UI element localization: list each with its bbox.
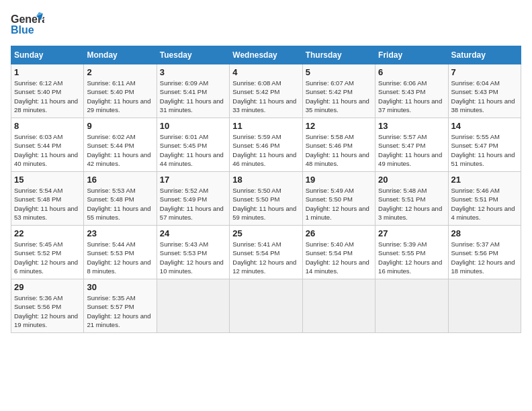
calendar-cell: 2 Sunrise: 6:11 AM Sunset: 5:40 PM Dayli…	[84, 64, 157, 118]
day-number: 13	[378, 121, 445, 131]
calendar-cell	[157, 279, 229, 333]
day-info: Sunrise: 6:06 AM Sunset: 5:43 PM Dayligh…	[378, 79, 445, 114]
calendar-cell: 10 Sunrise: 6:01 AM Sunset: 5:45 PM Dayl…	[157, 118, 229, 172]
day-info: Sunrise: 5:40 AM Sunset: 5:54 PM Dayligh…	[306, 240, 372, 275]
day-number: 27	[378, 228, 445, 238]
day-number: 5	[306, 67, 372, 77]
logo-icon: General Blue	[11, 11, 44, 40]
day-number: 11	[232, 121, 299, 131]
calendar-cell: 17 Sunrise: 5:52 AM Sunset: 5:49 PM Dayl…	[157, 172, 229, 226]
day-info: Sunrise: 5:55 AM Sunset: 5:47 PM Dayligh…	[451, 132, 518, 168]
day-number: 10	[160, 121, 226, 131]
weekday-header-saturday: Saturday	[448, 46, 521, 64]
calendar-week-3: 15 Sunrise: 5:54 AM Sunset: 5:48 PM Dayl…	[11, 172, 521, 226]
calendar-cell: 26 Sunrise: 5:40 AM Sunset: 5:54 PM Dayl…	[302, 226, 375, 279]
day-info: Sunrise: 6:08 AM Sunset: 5:42 PM Dayligh…	[232, 79, 299, 114]
day-number: 12	[306, 121, 372, 131]
calendar-cell: 18 Sunrise: 5:50 AM Sunset: 5:50 PM Dayl…	[230, 172, 302, 226]
calendar-cell: 14 Sunrise: 5:55 AM Sunset: 5:47 PM Dayl…	[448, 118, 521, 172]
calendar-cell: 23 Sunrise: 5:44 AM Sunset: 5:53 PM Dayl…	[84, 226, 157, 279]
day-info: Sunrise: 6:09 AM Sunset: 5:41 PM Dayligh…	[160, 79, 226, 114]
calendar-cell	[230, 279, 302, 333]
day-info: Sunrise: 6:04 AM Sunset: 5:43 PM Dayligh…	[451, 79, 518, 114]
calendar-cell	[448, 279, 521, 333]
weekday-header-friday: Friday	[375, 46, 448, 64]
day-info: Sunrise: 5:43 AM Sunset: 5:53 PM Dayligh…	[160, 240, 226, 275]
day-number: 2	[87, 67, 153, 77]
day-info: Sunrise: 5:58 AM Sunset: 5:46 PM Dayligh…	[306, 132, 372, 168]
calendar-cell: 25 Sunrise: 5:41 AM Sunset: 5:54 PM Dayl…	[230, 226, 302, 279]
calendar-cell: 9 Sunrise: 6:02 AM Sunset: 5:44 PM Dayli…	[84, 118, 157, 172]
day-info: Sunrise: 5:39 AM Sunset: 5:55 PM Dayligh…	[378, 240, 445, 275]
calendar-cell: 16 Sunrise: 5:53 AM Sunset: 5:48 PM Dayl…	[84, 172, 157, 226]
day-number: 21	[451, 175, 518, 185]
calendar-cell: 3 Sunrise: 6:09 AM Sunset: 5:41 PM Dayli…	[157, 64, 229, 118]
calendar-cell	[375, 279, 448, 333]
day-info: Sunrise: 6:11 AM Sunset: 5:40 PM Dayligh…	[87, 79, 153, 114]
day-info: Sunrise: 5:45 AM Sunset: 5:52 PM Dayligh…	[14, 240, 81, 275]
day-info: Sunrise: 5:41 AM Sunset: 5:54 PM Dayligh…	[232, 240, 299, 275]
calendar-week-1: 1 Sunrise: 6:12 AM Sunset: 5:40 PM Dayli…	[11, 64, 521, 118]
day-info: Sunrise: 5:48 AM Sunset: 5:51 PM Dayligh…	[378, 186, 445, 222]
calendar-week-4: 22 Sunrise: 5:45 AM Sunset: 5:52 PM Dayl…	[11, 226, 521, 279]
day-number: 1	[14, 67, 81, 77]
calendar-cell: 19 Sunrise: 5:49 AM Sunset: 5:50 PM Dayl…	[302, 172, 375, 226]
day-info: Sunrise: 5:59 AM Sunset: 5:46 PM Dayligh…	[232, 132, 299, 168]
day-number: 29	[14, 282, 81, 292]
calendar-cell: 27 Sunrise: 5:39 AM Sunset: 5:55 PM Dayl…	[375, 226, 448, 279]
calendar-cell: 7 Sunrise: 6:04 AM Sunset: 5:43 PM Dayli…	[448, 64, 521, 118]
day-info: Sunrise: 6:12 AM Sunset: 5:40 PM Dayligh…	[14, 79, 81, 114]
calendar-cell: 1 Sunrise: 6:12 AM Sunset: 5:40 PM Dayli…	[11, 64, 84, 118]
day-number: 15	[14, 175, 81, 185]
day-info: Sunrise: 5:50 AM Sunset: 5:50 PM Dayligh…	[232, 186, 299, 222]
day-number: 18	[232, 175, 299, 185]
day-info: Sunrise: 6:07 AM Sunset: 5:42 PM Dayligh…	[306, 79, 372, 114]
calendar-cell: 6 Sunrise: 6:06 AM Sunset: 5:43 PM Dayli…	[375, 64, 448, 118]
day-number: 30	[87, 282, 153, 292]
day-number: 24	[160, 228, 226, 238]
calendar-table: SundayMondayTuesdayWednesdayThursdayFrid…	[11, 46, 521, 333]
calendar-cell: 11 Sunrise: 5:59 AM Sunset: 5:46 PM Dayl…	[230, 118, 302, 172]
calendar-cell: 30 Sunrise: 5:35 AM Sunset: 5:57 PM Dayl…	[84, 279, 157, 333]
day-info: Sunrise: 5:54 AM Sunset: 5:48 PM Dayligh…	[14, 186, 81, 222]
day-info: Sunrise: 5:46 AM Sunset: 5:51 PM Dayligh…	[451, 186, 518, 222]
day-number: 26	[306, 228, 372, 238]
day-number: 7	[451, 67, 518, 77]
day-number: 4	[232, 67, 299, 77]
calendar-cell: 4 Sunrise: 6:08 AM Sunset: 5:42 PM Dayli…	[230, 64, 302, 118]
calendar-cell: 21 Sunrise: 5:46 AM Sunset: 5:51 PM Dayl…	[448, 172, 521, 226]
calendar-cell: 24 Sunrise: 5:43 AM Sunset: 5:53 PM Dayl…	[157, 226, 229, 279]
weekday-header-sunday: Sunday	[11, 46, 84, 64]
day-number: 20	[378, 175, 445, 185]
calendar-cell: 15 Sunrise: 5:54 AM Sunset: 5:48 PM Dayl…	[11, 172, 84, 226]
weekday-header-row: SundayMondayTuesdayWednesdayThursdayFrid…	[11, 46, 521, 64]
day-number: 17	[160, 175, 226, 185]
day-info: Sunrise: 5:36 AM Sunset: 5:56 PM Dayligh…	[14, 293, 81, 329]
day-number: 19	[306, 175, 372, 185]
day-number: 28	[451, 228, 518, 238]
weekday-header-thursday: Thursday	[302, 46, 375, 64]
calendar-cell: 5 Sunrise: 6:07 AM Sunset: 5:42 PM Dayli…	[302, 64, 375, 118]
weekday-header-monday: Monday	[84, 46, 157, 64]
calendar-cell: 22 Sunrise: 5:45 AM Sunset: 5:52 PM Dayl…	[11, 226, 84, 279]
logo: General Blue	[11, 11, 44, 40]
day-info: Sunrise: 5:53 AM Sunset: 5:48 PM Dayligh…	[87, 186, 153, 222]
calendar-cell: 13 Sunrise: 5:57 AM Sunset: 5:47 PM Dayl…	[375, 118, 448, 172]
day-number: 25	[232, 228, 299, 238]
day-info: Sunrise: 6:02 AM Sunset: 5:44 PM Dayligh…	[87, 132, 153, 168]
day-info: Sunrise: 5:57 AM Sunset: 5:47 PM Dayligh…	[378, 132, 445, 168]
day-number: 3	[160, 67, 226, 77]
day-number: 14	[451, 121, 518, 131]
day-number: 8	[14, 121, 81, 131]
calendar-week-2: 8 Sunrise: 6:03 AM Sunset: 5:44 PM Dayli…	[11, 118, 521, 172]
day-number: 23	[87, 228, 153, 238]
day-info: Sunrise: 5:37 AM Sunset: 5:56 PM Dayligh…	[451, 240, 518, 275]
calendar-cell: 12 Sunrise: 5:58 AM Sunset: 5:46 PM Dayl…	[302, 118, 375, 172]
day-info: Sunrise: 5:44 AM Sunset: 5:53 PM Dayligh…	[87, 240, 153, 275]
header: General Blue	[11, 11, 521, 40]
day-info: Sunrise: 5:35 AM Sunset: 5:57 PM Dayligh…	[87, 293, 153, 329]
weekday-header-wednesday: Wednesday	[230, 46, 302, 64]
day-number: 9	[87, 121, 153, 131]
calendar-cell: 29 Sunrise: 5:36 AM Sunset: 5:56 PM Dayl…	[11, 279, 84, 333]
weekday-header-tuesday: Tuesday	[157, 46, 229, 64]
